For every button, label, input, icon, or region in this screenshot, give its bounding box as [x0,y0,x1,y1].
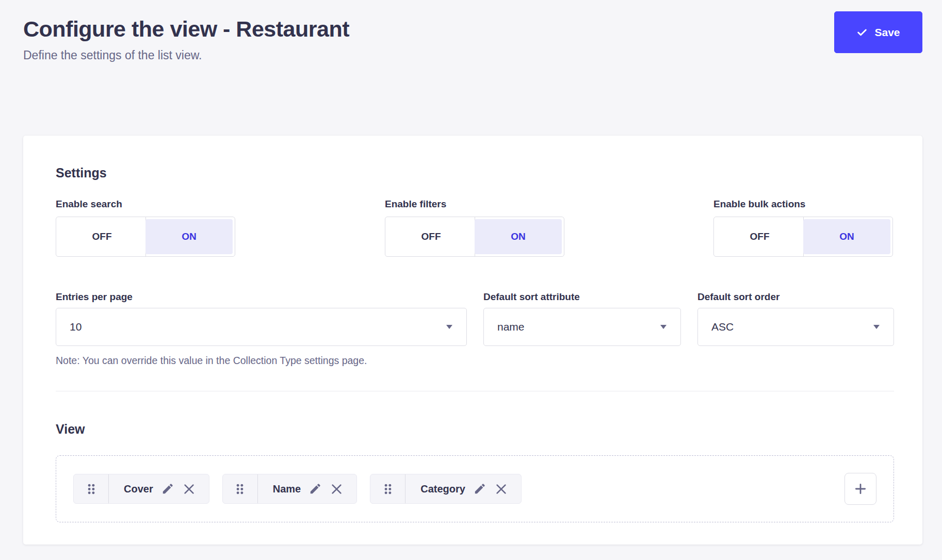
enable-search-toggle[interactable]: OFF ON [56,217,235,257]
field-chip-label: Cover [124,483,153,495]
edit-field-button[interactable] [308,482,322,496]
remove-field-button[interactable] [330,482,344,496]
default-sort-order-field: Default sort order ASC [697,291,894,366]
caret-down-icon [660,325,667,329]
default-sort-attribute-value: name [497,321,525,333]
settings-heading: Settings [56,165,894,180]
enable-bulk-actions-label: Enable bulk actions [713,199,894,210]
entries-per-page-note: Note: You can override this value in the… [56,355,467,366]
section-divider [56,391,894,391]
entries-per-page-field: Entries per page 10 Note: You can overri… [56,291,467,366]
default-sort-attribute-label: Default sort attribute [483,291,681,303]
close-icon [182,482,196,496]
enable-filters-field: Enable filters OFF ON [385,199,713,257]
page-header-text: Configure the view - Restaurant Define t… [23,13,349,62]
default-sort-order-select[interactable]: ASC [697,308,894,346]
toggle-off-option[interactable]: OFF [716,219,803,254]
enable-bulk-actions-toggle[interactable]: OFF ON [713,217,893,257]
toggle-off-option[interactable]: OFF [58,219,145,254]
pencil-icon [161,482,174,496]
pencil-icon [308,482,322,496]
field-chip-label: Category [420,483,465,495]
enable-filters-toggle[interactable]: OFF ON [385,217,564,257]
pencil-icon [473,482,486,496]
default-sort-attribute-field: Default sort attribute name [483,291,681,366]
field-chip-cover: Cover [73,474,209,504]
enable-filters-label: Enable filters [385,199,713,210]
selects-row: Entries per page 10 Note: You can overri… [56,291,894,366]
save-button[interactable]: Save [834,11,922,53]
toggle-off-option[interactable]: OFF [387,219,475,254]
page-title: Configure the view - Restaurant [23,13,349,44]
remove-field-button[interactable] [182,482,196,496]
page-header: Configure the view - Restaurant Define t… [0,0,942,136]
add-field-button[interactable] [844,473,876,505]
page-subtitle: Define the settings of the list view. [23,48,349,62]
enable-search-field: Enable search OFF ON [56,199,385,257]
caret-down-icon [873,325,880,329]
save-button-label: Save [874,26,900,39]
drag-handle[interactable] [370,474,405,503]
toggles-row: Enable search OFF ON Enable filters OFF … [56,199,894,257]
field-chip-name: Name [222,474,357,504]
default-sort-order-label: Default sort order [697,291,894,303]
drag-handle-icon [86,482,96,496]
field-chip-category: Category [370,474,522,504]
drag-handle-icon [235,482,245,496]
drag-handle-icon [383,482,393,496]
plus-icon [854,482,867,496]
toggle-on-option[interactable]: ON [803,219,890,254]
close-icon [494,482,508,496]
close-icon [330,482,344,496]
edit-field-button[interactable] [161,482,174,496]
enable-bulk-actions-field: Enable bulk actions OFF ON [713,199,894,257]
entries-per-page-select[interactable]: 10 [56,308,467,346]
drag-handle[interactable] [74,474,109,503]
toggle-on-option[interactable]: ON [475,219,562,254]
toggle-on-option[interactable]: ON [145,219,233,254]
caret-down-icon [446,325,452,329]
check-icon [856,27,868,38]
entries-per-page-value: 10 [70,321,82,333]
view-heading: View [56,421,894,437]
remove-field-button[interactable] [494,482,508,496]
entries-per-page-label: Entries per page [56,291,467,303]
drag-handle[interactable] [223,474,258,503]
settings-card: Settings Enable search OFF ON Enable fil… [23,136,922,545]
enable-search-label: Enable search [56,199,385,210]
edit-field-button[interactable] [473,482,486,496]
field-chip-label: Name [273,483,301,495]
default-sort-order-value: ASC [711,321,734,333]
view-fields-dropzone: Cover [56,455,894,522]
default-sort-attribute-select[interactable]: name [483,308,681,346]
